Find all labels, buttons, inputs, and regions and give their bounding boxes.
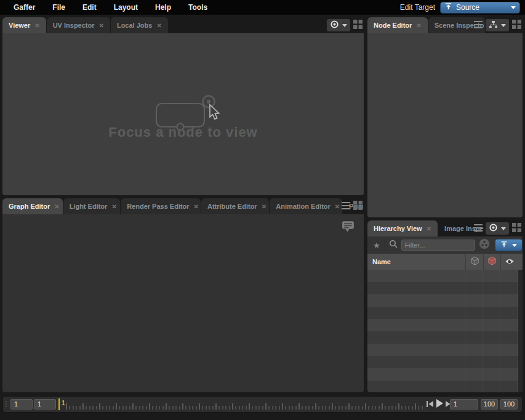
tab-label: Hierarchy View xyxy=(374,225,422,232)
playhead-frame-label: 1 xyxy=(62,400,65,406)
close-icon[interactable]: ✕ xyxy=(194,203,199,210)
hierarchy-view-panel: Hierarchy View ✕ Image Inspe ★ xyxy=(367,220,523,392)
hierarchy-table-body[interactable] xyxy=(367,270,523,392)
timeline-start-frame-field[interactable]: 1 xyxy=(10,399,33,410)
tab-label: Node Editor xyxy=(374,22,412,29)
layout-grid-icon[interactable] xyxy=(353,201,363,212)
menu-layout[interactable]: Layout xyxy=(105,3,146,12)
menu-edit[interactable]: Edit xyxy=(74,3,105,12)
tab-label: Local Jobs xyxy=(117,22,152,29)
tab-node-editor[interactable]: Node Editor ✕ xyxy=(367,17,428,33)
menu-gaffer[interactable]: Gaffer xyxy=(5,3,44,12)
table-row[interactable] xyxy=(367,381,523,392)
table-row[interactable] xyxy=(367,344,523,356)
node-graph-menu-button[interactable] xyxy=(486,19,509,31)
table-row[interactable] xyxy=(367,270,523,282)
tab-graph-editor[interactable]: Graph Editor ✕ xyxy=(2,198,63,214)
viewer-tabbar: Viewer ✕ UV Inspector ✕ Local Jobs ✕ xyxy=(2,17,364,33)
chevron-down-icon xyxy=(511,6,516,9)
tab-viewer[interactable]: Viewer ✕ xyxy=(2,17,46,33)
tab-render-pass-editor[interactable]: Render Pass Editor ✕ xyxy=(121,198,201,214)
table-row[interactable] xyxy=(367,331,523,344)
chevron-down-icon xyxy=(501,227,506,230)
timeline-inner-end-frame-field[interactable]: 100 xyxy=(481,399,498,410)
chevron-down-icon xyxy=(501,24,506,27)
menu-file[interactable]: File xyxy=(44,3,74,12)
tab-label: Viewer xyxy=(9,22,30,29)
table-row[interactable] xyxy=(367,294,523,307)
close-icon[interactable]: ✕ xyxy=(54,203,59,210)
table-row[interactable] xyxy=(367,319,523,331)
timeline-ruler[interactable] xyxy=(66,399,425,410)
close-icon[interactable]: ✕ xyxy=(111,203,116,210)
hierarchy-tabbar: Hierarchy View ✕ Image Inspe xyxy=(367,220,523,236)
close-icon[interactable]: ✕ xyxy=(34,22,39,29)
star-icon[interactable]: ★ xyxy=(373,241,380,250)
table-row[interactable] xyxy=(367,307,523,319)
table-row[interactable] xyxy=(367,368,523,381)
viewer-viewport[interactable]: Focus a node to view xyxy=(2,33,364,195)
table-row[interactable] xyxy=(367,356,523,368)
layout-grid-icon[interactable] xyxy=(512,223,521,235)
edit-scope-icon xyxy=(500,240,508,251)
edit-target-dropdown[interactable]: Source xyxy=(440,2,520,14)
divider xyxy=(385,239,385,251)
tab-label: Attribute Editor xyxy=(207,203,257,210)
edit-scope-icon xyxy=(444,2,452,12)
node-editor-panel: Node Editor ✕ Scene Inspecto xyxy=(367,17,523,217)
graph-editor-canvas[interactable] xyxy=(2,214,364,392)
column-header-name[interactable]: Name xyxy=(367,258,465,265)
tab-attribute-editor[interactable]: Attribute Editor ✕ xyxy=(201,198,269,214)
tab-label: UV Inspector xyxy=(53,22,95,29)
target-icon xyxy=(330,20,339,31)
tab-label: Light Editor xyxy=(70,203,108,210)
skip-to-start-button[interactable] xyxy=(427,399,433,410)
timeline-current-frame-field[interactable]: 1 xyxy=(450,399,478,410)
close-icon[interactable]: ✕ xyxy=(416,22,421,29)
eye-icon xyxy=(505,256,515,267)
edit-scope-dropdown[interactable] xyxy=(495,239,523,251)
graph-editor-tabbar: Graph Editor ✕ Light Editor ✕ Render Pas… xyxy=(2,198,364,214)
close-icon[interactable]: ✕ xyxy=(262,203,267,210)
hamburger-menu-icon[interactable] xyxy=(474,223,483,234)
timeline-end-frame-field[interactable]: 100 xyxy=(500,399,518,410)
column-header-inclusions[interactable] xyxy=(465,254,483,270)
graph-editor-panel: Graph Editor ✕ Light Editor ✕ Render Pas… xyxy=(2,198,364,392)
cube-red-icon xyxy=(487,256,497,268)
tab-animation-editor[interactable]: Animation Editor ✕ xyxy=(270,198,342,214)
tab-label: Animation Editor xyxy=(276,203,331,210)
timeline-bar: 1 1 1 1 100 100 xyxy=(2,396,523,413)
column-header-visibility[interactable] xyxy=(500,254,518,270)
tab-uv-inspector[interactable]: UV Inspector ✕ xyxy=(47,17,110,33)
drag-handle[interactable] xyxy=(6,401,7,407)
hamburger-menu-icon[interactable] xyxy=(342,201,350,212)
hierarchy-filter-toolbar: ★ xyxy=(367,236,523,254)
column-header-exclusions[interactable] xyxy=(483,254,500,270)
tab-local-jobs[interactable]: Local Jobs ✕ xyxy=(111,17,168,33)
layout-grid-icon[interactable] xyxy=(353,20,363,31)
menu-help[interactable]: Help xyxy=(146,3,180,12)
scrollbar[interactable] xyxy=(518,270,523,392)
annotation-icon[interactable] xyxy=(341,219,355,236)
node-editor-body[interactable] xyxy=(367,33,523,217)
tab-hierarchy-view[interactable]: Hierarchy View ✕ xyxy=(367,220,438,236)
layout-grid-icon[interactable] xyxy=(512,20,521,31)
table-row[interactable] xyxy=(367,282,523,294)
close-icon[interactable]: ✕ xyxy=(427,225,431,232)
playhead[interactable] xyxy=(58,398,60,410)
chevron-down-icon xyxy=(512,244,517,247)
hierarchy-focus-menu-button[interactable] xyxy=(486,222,509,235)
close-icon[interactable]: ✕ xyxy=(99,22,104,29)
tab-light-editor[interactable]: Light Editor ✕ xyxy=(63,198,120,214)
close-icon[interactable]: ✕ xyxy=(335,203,340,210)
close-icon[interactable]: ✕ xyxy=(156,22,161,29)
target-icon xyxy=(489,223,498,235)
filter-options-icon[interactable] xyxy=(479,238,490,252)
menu-tools[interactable]: Tools xyxy=(180,3,216,12)
hamburger-menu-icon[interactable] xyxy=(474,20,483,31)
viewer-focus-menu-button[interactable] xyxy=(327,19,350,31)
timeline-inner-start-frame-field[interactable]: 1 xyxy=(34,399,56,410)
play-button[interactable] xyxy=(436,399,443,410)
edit-target-label: Edit Target xyxy=(400,3,435,12)
filter-input[interactable] xyxy=(401,240,475,251)
